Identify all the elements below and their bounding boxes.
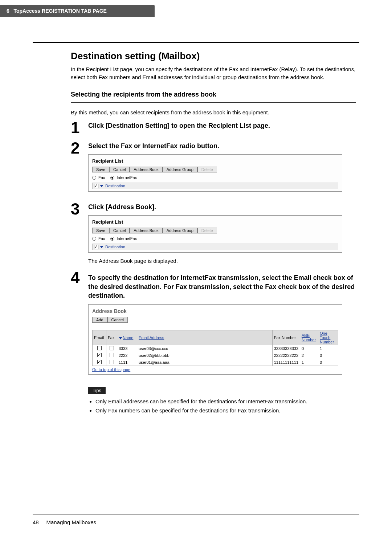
sub-intro: By this method, you can select recipient… (71, 109, 356, 117)
step-2: 2 Select the Fax or InternetFax radio bu… (71, 140, 356, 197)
fax-radio-label: Fax (98, 175, 105, 180)
address-book-screenshot: Address Book Add Cancel Email Fax Name E… (88, 304, 342, 375)
cell-onetouch: 0 (318, 359, 338, 366)
delete-button: Delete (197, 228, 217, 233)
cell-abb: 0 (300, 345, 318, 352)
step-4-number: 4 (71, 270, 88, 286)
chapter-header: 6 TopAccess REGISTRATION TAB PAGE (0, 5, 155, 17)
step-3-title: Click [Address Book]. (88, 203, 356, 211)
cell-faxnum: 33333333333 (272, 345, 300, 352)
tips-list: Only Email addresses can be specified fo… (88, 398, 356, 414)
cell-faxnum: 11111111111 (272, 359, 300, 366)
step-1-number: 1 (71, 120, 88, 136)
fax-checkbox[interactable] (110, 360, 114, 364)
step-3-note: The Address Book page is displayed. (88, 258, 356, 264)
save-button[interactable]: Save (92, 167, 109, 172)
internetfax-radio-label: InternetFax (117, 236, 137, 241)
tip-item: Only Email addresses can be specified fo… (95, 398, 356, 405)
fax-radio[interactable] (92, 237, 96, 241)
step-1: 1 Click [Destination Setting] to open th… (71, 120, 356, 136)
cell-name: 2222 (117, 352, 137, 359)
delete-button: Delete (197, 167, 217, 172)
email-checkbox[interactable] (97, 346, 102, 350)
tip-item: Only Fax numbers can be specified for th… (95, 407, 356, 414)
goto-top-link[interactable]: Go to top of this page (92, 367, 130, 372)
step-4: 4 To specify the destination for Interne… (71, 271, 356, 416)
table-row: 3333user03@ccc.ccc3333333333301 (93, 345, 338, 352)
fax-checkbox[interactable] (110, 346, 114, 350)
col-fax-number: Fax Number (272, 330, 300, 345)
cell-abb: 1 (300, 359, 318, 366)
internetfax-radio[interactable] (110, 176, 114, 180)
step-2-number: 2 (71, 140, 88, 156)
cell-email: user01@aaa.aaa (137, 359, 273, 366)
page-number: 48 (33, 519, 39, 525)
chevron-down-icon (100, 246, 103, 248)
tips-label: Tips (88, 387, 106, 394)
destination-checkbox[interactable] (94, 184, 98, 188)
sub-heading-underline (71, 102, 356, 103)
recipient-list-title-2: Recipient List (92, 219, 338, 225)
cell-name: 3333 (117, 345, 137, 352)
top-divider (33, 42, 359, 43)
step-4-title: To specify the destination for InternetF… (88, 273, 356, 300)
sub-heading: Selecting the recipients from the addres… (71, 91, 356, 98)
table-row: 1111user01@aaa.aaa1111111111110 (93, 359, 338, 366)
col-fax: Fax (106, 330, 117, 345)
email-checkbox[interactable] (97, 360, 102, 364)
cell-email: user03@ccc.ccc (137, 345, 273, 352)
address-book-button[interactable]: Address Book (130, 167, 162, 172)
step-1-title: Click [Destination Setting] to open the … (88, 122, 356, 130)
internetfax-radio[interactable] (110, 237, 114, 241)
cancel-button[interactable]: Cancel (107, 317, 128, 323)
internetfax-radio-label: InternetFax (117, 175, 137, 180)
col-email: Email (93, 330, 106, 345)
footer-divider (33, 514, 359, 515)
address-book-title: Address Book (92, 308, 338, 314)
cancel-button[interactable]: Cancel (109, 167, 130, 172)
cell-onetouch: 0 (318, 352, 338, 359)
intro-paragraph: In the Recipient List page, you can spec… (71, 65, 356, 81)
chevron-down-icon (119, 337, 122, 339)
cancel-button[interactable]: Cancel (109, 228, 130, 233)
fax-radio-label: Fax (98, 236, 105, 241)
chevron-down-icon (100, 185, 103, 187)
fax-radio[interactable] (92, 176, 96, 180)
cell-name: 1111 (117, 359, 137, 366)
destination-checkbox[interactable] (94, 245, 98, 249)
address-group-button[interactable]: Address Group (163, 228, 197, 233)
destination-link[interactable]: Destination (105, 184, 125, 188)
address-group-button[interactable]: Address Group (163, 167, 197, 172)
address-book-button[interactable]: Address Book (130, 228, 162, 233)
cell-abb: 2 (300, 352, 318, 359)
col-onetouch-number[interactable]: One Touch Number (318, 330, 338, 345)
destination-link[interactable]: Destination (105, 245, 125, 249)
section-title: Destination setting (Mailbox) (71, 50, 356, 62)
cell-email: user02@bbb.bbb (137, 352, 273, 359)
col-email-address[interactable]: Email Address (137, 330, 273, 345)
fax-checkbox[interactable] (110, 353, 114, 357)
save-button[interactable]: Save (92, 228, 109, 233)
recipient-list-screenshot-2: Recipient List Save Cancel Address Book … (88, 215, 342, 253)
add-button[interactable]: Add (92, 317, 107, 323)
table-row: 2222user02@bbb.bbb2222222222220 (93, 352, 338, 359)
email-checkbox[interactable] (97, 353, 102, 357)
cell-onetouch: 1 (318, 345, 338, 352)
cell-faxnum: 22222222222 (272, 352, 300, 359)
chapter-number: 6 (7, 8, 9, 14)
col-abb-number[interactable]: ABB Number (300, 330, 318, 345)
step-3-number: 3 (71, 201, 88, 217)
recipient-list-screenshot-1: Recipient List Save Cancel Address Book … (88, 154, 342, 192)
col-name[interactable]: Name (117, 330, 137, 345)
page-label: Managing Mailboxes (46, 519, 97, 525)
step-3: 3 Click [Address Book]. Recipient List S… (71, 201, 356, 267)
step-2-title: Select the Fax or InternetFax radio butt… (88, 142, 356, 150)
page-footer: 48 Managing Mailboxes (0, 519, 392, 536)
chapter-title: TopAccess REGISTRATION TAB PAGE (13, 8, 106, 14)
recipient-list-title: Recipient List (92, 158, 338, 164)
address-book-table: Email Fax Name Email Address Fax Number … (92, 330, 338, 366)
